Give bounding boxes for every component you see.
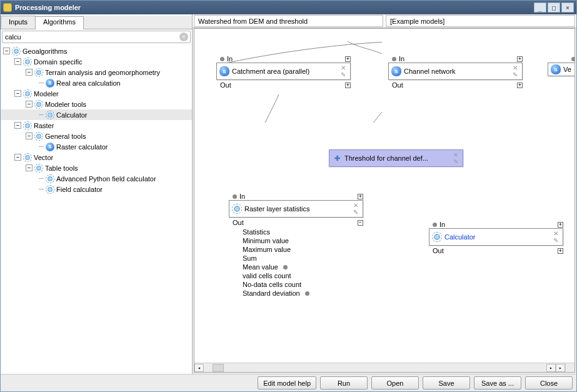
output-sum: Sum bbox=[243, 254, 257, 262]
delete-node-icon[interactable]: ✕ bbox=[339, 64, 348, 71]
output-valid: valid cells count bbox=[243, 272, 291, 279]
port-out-label: Out bbox=[233, 219, 244, 226]
tree-leaf-icon bbox=[37, 186, 44, 193]
algorithm-tree[interactable]: −Geoalgorithms −Domain specific −Terrain… bbox=[1, 44, 192, 374]
expander-icon[interactable]: − bbox=[26, 101, 33, 108]
edit-node-icon[interactable]: ✎ bbox=[351, 209, 360, 216]
port-in-icon bbox=[220, 57, 224, 61]
output-statistics: Statistics bbox=[243, 228, 270, 236]
edit-node-icon[interactable]: ✎ bbox=[451, 158, 460, 165]
model-name-field[interactable]: Watershed from DEM and threshold bbox=[194, 15, 383, 27]
run-button[interactable]: Run bbox=[320, 376, 368, 389]
gear-icon bbox=[23, 153, 32, 162]
main-area: Watershed from DEM and threshold [Exampl… bbox=[193, 14, 576, 374]
tree-label: Field calculator bbox=[56, 186, 103, 193]
tree-label: Domain specific bbox=[34, 58, 83, 66]
port-in-icon bbox=[433, 223, 437, 227]
tree-leaf-icon bbox=[37, 143, 44, 150]
expand-in-icon[interactable]: + bbox=[558, 222, 563, 228]
delete-node-icon[interactable]: ✕ bbox=[511, 64, 519, 71]
output-max: Maximum value bbox=[243, 246, 291, 253]
tree-label: Raster bbox=[34, 122, 54, 129]
delete-node-icon[interactable]: ✕ bbox=[551, 230, 560, 237]
scroll-left-icon[interactable]: ◂ bbox=[194, 364, 204, 372]
search-box: × bbox=[2, 31, 191, 43]
globe-icon bbox=[219, 66, 229, 76]
minimize-button[interactable]: _ bbox=[534, 3, 546, 13]
delete-node-icon[interactable]: ✕ bbox=[351, 202, 360, 209]
node-outputs: Statistics Minimum value Maximum value S… bbox=[243, 228, 363, 298]
expand-out-icon[interactable]: + bbox=[558, 248, 563, 254]
globe-icon bbox=[391, 66, 401, 76]
expander-icon[interactable]: − bbox=[26, 164, 33, 171]
gear-icon bbox=[34, 68, 43, 77]
maximize-button[interactable]: □ bbox=[548, 3, 560, 13]
expand-out-icon[interactable]: + bbox=[345, 83, 351, 88]
tree-leaf-icon bbox=[37, 111, 44, 118]
model-header: Watershed from DEM and threshold [Exampl… bbox=[193, 14, 576, 28]
expander-icon[interactable]: − bbox=[26, 69, 33, 76]
scroll-thumb[interactable] bbox=[213, 364, 224, 372]
node-catchment-area[interactable]: In+ Catchment area (parallel) ✕✎ Out+ bbox=[216, 54, 351, 89]
save-as-button[interactable]: Save as ... bbox=[474, 376, 521, 389]
port-out-label: Out bbox=[433, 247, 444, 254]
port-in-label: In bbox=[239, 193, 245, 200]
delete-node-icon[interactable]: ✕ bbox=[451, 151, 460, 158]
tree-label: Modeler bbox=[34, 90, 59, 98]
node-raster-layer-statistics[interactable]: In+ Raster layer statistics ✕✎ Out− Stat… bbox=[229, 191, 363, 298]
node-threshold-param[interactable]: ✚ Threshold for channel def... ✕✎ bbox=[329, 149, 463, 167]
node-calculator[interactable]: In+ Calculator ✕✎ Out+ bbox=[429, 219, 563, 254]
gear-icon bbox=[34, 164, 43, 173]
tab-algorithms[interactable]: Algorithms bbox=[35, 16, 84, 29]
canvas[interactable]: In+ Catchment area (parallel) ✕✎ Out+ In… bbox=[194, 28, 575, 373]
output-nodata: No-data cells count bbox=[243, 281, 301, 288]
port-out-icon bbox=[305, 291, 309, 296]
scroll-right-icon[interactable]: ▸ bbox=[546, 364, 556, 372]
gear-icon bbox=[46, 111, 54, 119]
edit-node-icon[interactable]: ✎ bbox=[551, 237, 560, 244]
search-input[interactable] bbox=[3, 33, 179, 41]
edit-node-icon[interactable]: ✎ bbox=[511, 71, 519, 78]
node-ve[interactable]: In Ve bbox=[548, 54, 575, 76]
close-window-button[interactable]: × bbox=[561, 3, 574, 13]
tree-label: Raster calculator bbox=[56, 143, 108, 151]
close-button[interactable]: Close bbox=[525, 376, 573, 389]
gear-icon bbox=[232, 204, 242, 214]
port-out-label: Out bbox=[220, 81, 231, 89]
globe-icon bbox=[46, 143, 54, 151]
port-in-label: In bbox=[439, 221, 445, 228]
expander-icon[interactable]: − bbox=[14, 90, 21, 97]
expand-in-icon[interactable]: + bbox=[517, 56, 523, 62]
tree-label: Terrain analysis and geomorphometry bbox=[45, 69, 160, 76]
app-window: Processing modeler _ □ × Inputs Algorith… bbox=[0, 0, 577, 392]
sidebar: Inputs Algorithms × −Geoalgorithms −Doma… bbox=[1, 14, 193, 374]
port-in-icon bbox=[392, 57, 396, 61]
edit-node-icon[interactable]: ✎ bbox=[339, 71, 348, 78]
tab-inputs[interactable]: Inputs bbox=[1, 16, 36, 29]
gear-icon bbox=[432, 232, 442, 242]
node-title: Channel network bbox=[404, 68, 509, 75]
expand-in-icon[interactable]: + bbox=[345, 56, 351, 62]
expander-icon[interactable]: − bbox=[14, 154, 21, 161]
expand-in-icon[interactable]: + bbox=[358, 194, 363, 199]
open-button[interactable]: Open bbox=[371, 376, 419, 389]
expander-icon[interactable]: − bbox=[26, 133, 33, 139]
collapse-out-icon[interactable]: − bbox=[358, 220, 363, 226]
tree-label: Real area calculation bbox=[56, 79, 121, 87]
save-button[interactable]: Save bbox=[423, 376, 470, 389]
model-group-field[interactable]: [Example models] bbox=[386, 15, 575, 27]
expand-out-icon[interactable]: + bbox=[517, 83, 523, 88]
tree-label: Advanced Python field calculator bbox=[56, 175, 156, 183]
expander-icon[interactable]: − bbox=[14, 58, 21, 65]
port-out-label: Out bbox=[392, 81, 403, 89]
clear-search-icon[interactable]: × bbox=[179, 33, 188, 41]
edit-model-help-button[interactable]: Edit model help bbox=[258, 376, 316, 389]
expander-icon[interactable]: − bbox=[14, 122, 21, 129]
output-min: Minimum value bbox=[243, 237, 289, 244]
scroll-end-icon[interactable]: ▸ bbox=[556, 364, 565, 372]
node-channel-network[interactable]: In+ Channel network ✕✎ Out+ bbox=[388, 54, 523, 89]
tree-label: General tools bbox=[45, 133, 86, 140]
expander-icon[interactable]: − bbox=[3, 48, 10, 54]
gear-icon bbox=[34, 132, 43, 141]
horizontal-scrollbar[interactable]: ◂ ▸ ▸ bbox=[194, 363, 565, 372]
